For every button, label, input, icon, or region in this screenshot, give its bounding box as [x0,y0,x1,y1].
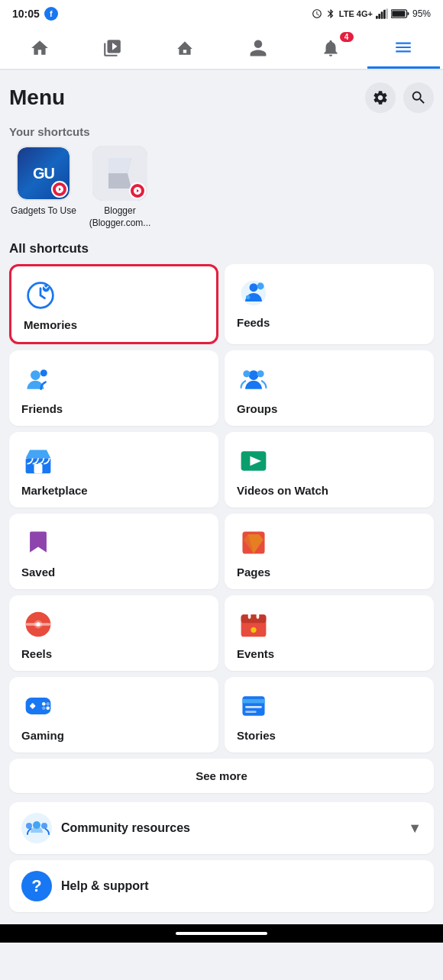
shortcuts-section-label: Your shortcuts [9,125,434,138]
gadgets-avatar: GU [16,146,71,201]
community-resources-row[interactable]: Community resources ▼ [9,802,434,854]
bottom-bar [0,924,443,943]
groups-label: Groups [237,402,277,415]
svg-rect-3 [383,10,386,19]
grid-item-friends[interactable]: Friends [9,350,218,426]
menu-header: Menu [9,70,434,122]
svg-point-18 [243,370,250,377]
svg-point-47 [26,823,32,829]
search-button[interactable] [403,82,434,113]
shortcut-gadgets[interactable]: GU Gadgets To Use [9,146,78,229]
svg-point-17 [249,370,259,380]
grid-item-gaming[interactable]: Gaming [9,677,218,753]
svg-point-15 [31,370,40,380]
battery-icon [391,8,409,19]
shortcut-blogger[interactable]: Blogger (Blogger.com... [86,146,154,229]
status-time: 10:05 [12,8,40,20]
svg-point-14 [246,295,250,299]
events-icon [237,608,270,641]
help-support-row[interactable]: ? Help & support [9,860,434,912]
svg-marker-8 [108,158,131,173]
help-label: Help & support [61,879,149,893]
svg-rect-33 [248,612,251,619]
gadgets-label: Gadgets To Use [11,205,76,218]
community-label: Community resources [61,821,408,835]
nav-notifications[interactable]: 4 [294,27,367,69]
videos-watch-label: Videos on Watch [237,484,328,497]
feeds-label: Feeds [237,316,270,329]
see-more-button[interactable]: See more [9,759,434,793]
watch-icon [102,37,123,59]
pages-icon [237,526,270,559]
memories-label: Memories [24,318,77,331]
status-bar: 10:05 f LTE 4G+ 95% [0,0,443,27]
nav-menu[interactable] [367,27,440,69]
home-icon [29,37,50,59]
svg-point-40 [46,707,50,711]
memories-icon [24,279,57,312]
community-chevron-icon: ▼ [408,820,422,837]
grid-item-groups[interactable]: Groups [225,350,434,426]
menu-icon [393,37,414,58]
svg-rect-36 [26,698,51,714]
grid-item-reels[interactable]: Reels [9,595,218,671]
blogger-badge [129,182,146,199]
search-icon [410,89,427,106]
friends-icon [21,363,55,396]
events-label: Events [237,647,274,660]
nav-marketplace[interactable] [149,27,222,69]
facebook-status-icon: f [44,7,58,21]
stories-icon [237,689,270,723]
header-actions [365,82,434,113]
blogger-avatar [92,146,147,201]
svg-point-46 [33,821,40,829]
alarm-icon [312,8,322,19]
marketplace-label: Marketplace [21,484,88,497]
svg-point-41 [42,707,46,711]
svg-rect-38 [31,704,34,709]
videos-watch-icon [237,444,270,478]
svg-rect-6 [392,11,405,17]
feeds-icon [237,276,270,310]
svg-rect-34 [257,612,260,619]
svg-point-35 [251,627,256,633]
svg-rect-21 [34,464,43,474]
stories-label: Stories [237,729,276,742]
svg-rect-44 [245,711,257,714]
grid-item-marketplace[interactable]: Marketplace [9,432,218,508]
grid-item-saved[interactable]: Saved [9,514,218,589]
svg-point-39 [42,702,46,706]
shortcuts-row: GU Gadgets To Use [9,146,434,229]
grid-item-stories[interactable]: Stories [225,677,434,753]
svg-point-16 [40,369,47,376]
svg-rect-4 [386,8,388,18]
saved-label: Saved [21,566,55,579]
saved-icon [21,526,55,559]
reels-label: Reels [21,647,52,660]
nav-home[interactable] [3,27,76,69]
menu-title: Menu [9,85,65,110]
all-shortcuts-label: All shortcuts [9,241,434,256]
grid-item-events[interactable]: Events [225,595,434,671]
svg-point-13 [257,283,264,290]
notifications-icon [320,37,341,59]
groups-icon [237,363,270,396]
blogger-label: Blogger (Blogger.com... [86,205,154,229]
nav-profile[interactable] [222,27,294,69]
svg-rect-30 [26,623,51,626]
grid-item-videos-on-watch[interactable]: Videos on Watch [225,432,434,508]
community-icon [21,813,52,843]
svg-rect-0 [376,16,378,19]
bluetooth-icon [325,8,336,19]
settings-button[interactable] [365,82,396,113]
friends-label: Friends [21,402,63,415]
nav-watch[interactable] [76,27,148,69]
notification-badge: 4 [340,32,354,42]
grid-item-feeds[interactable]: Feeds [225,264,434,344]
svg-rect-32 [241,614,267,623]
gadgets-badge [51,181,68,198]
nav-bar: 4 [0,27,443,70]
grid-item-pages[interactable]: Pages [225,514,434,589]
grid-item-memories[interactable]: Memories [9,264,218,344]
battery-percent: 95% [412,8,431,19]
